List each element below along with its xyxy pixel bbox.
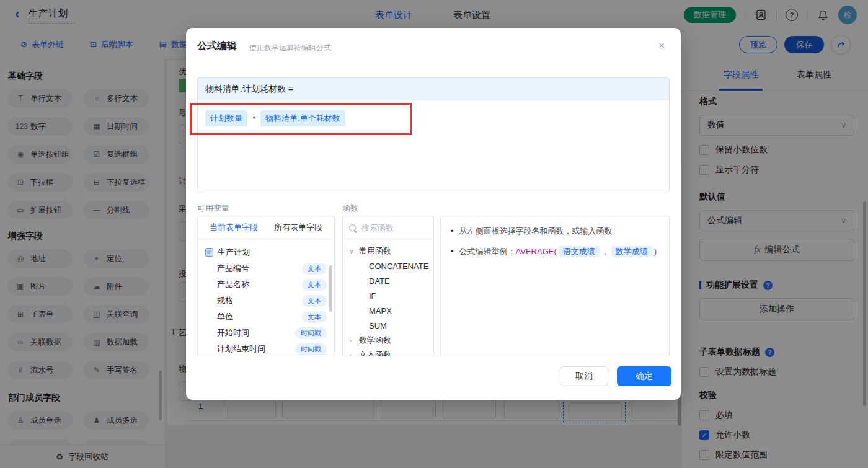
function-row[interactable]: SUM xyxy=(349,318,433,333)
variable-field-row[interactable]: 开始时间 时间戳 xyxy=(205,325,334,341)
function-row[interactable]: IF xyxy=(349,288,433,303)
variable-field-name: 产品编号 xyxy=(217,263,302,274)
variable-field-row[interactable]: 单位 文本 xyxy=(205,309,334,325)
tree-chevron-icon: ∨ xyxy=(349,247,355,255)
function-name: SUM xyxy=(369,321,387,330)
variable-type-badge: 文本 xyxy=(302,279,327,291)
function-row[interactable]: › 文本函数 xyxy=(349,348,433,356)
variables-tabs: 当前表单字段所有表单字段 xyxy=(198,216,334,239)
function-name: IF xyxy=(369,291,376,301)
variable-field-name: 规格 xyxy=(217,295,302,306)
tree-chevron-icon: › xyxy=(349,351,355,356)
variable-field-row[interactable]: 产品名称 文本 xyxy=(205,276,334,293)
function-row[interactable]: › 数学函数 xyxy=(349,333,433,348)
function-search-input[interactable] xyxy=(360,223,425,233)
annotation-highlight-box xyxy=(190,103,412,135)
function-name: MAPX xyxy=(369,306,392,316)
function-row[interactable]: MAPX xyxy=(349,303,433,318)
hint-example: 公式编辑举例：AVERAGE(语文成绩，数学成绩) xyxy=(459,245,657,257)
variables-tab[interactable]: 当前表单字段 xyxy=(210,222,258,233)
modal-subtitle: 使用数学运算符编辑公式 xyxy=(249,43,331,53)
variable-type-badge: 时间戳 xyxy=(295,327,327,339)
variable-type-badge: 文本 xyxy=(302,295,327,307)
variables-root-label: 生产计划 xyxy=(218,247,250,258)
hints-panel: • 从左侧面板选择字段名和函数，或输入函数 • 公式编辑举例：AVERAGE(语… xyxy=(440,216,670,356)
search-icon xyxy=(349,224,356,231)
variable-field-row[interactable]: 规格 文本 xyxy=(205,293,334,309)
tree-chevron-icon: › xyxy=(349,337,355,344)
formula-target: 物料清单.计划耗材数 = xyxy=(198,78,669,100)
form-doc-icon xyxy=(205,248,213,257)
variables-scrollbar[interactable] xyxy=(329,265,332,312)
close-icon[interactable]: × xyxy=(658,40,665,51)
variable-field-row[interactable]: 计划结束时间 时间戳 xyxy=(205,341,334,356)
function-name: CONCATENATE xyxy=(369,262,428,271)
hint-example-prefix: 公式编辑举例： xyxy=(459,247,516,256)
function-row[interactable]: ∨ 常用函数 xyxy=(349,244,433,258)
variable-field-row[interactable]: 产品编号 文本 xyxy=(205,260,334,276)
variables-field-list: 产品编号 文本 产品名称 文本 规格 文本 单位 xyxy=(205,260,334,356)
hint-line-example: • 公式编辑举例：AVERAGE(语文成绩，数学成绩) xyxy=(441,237,669,257)
variable-field-name: 单位 xyxy=(217,311,302,322)
confirm-button[interactable]: 确定 xyxy=(617,366,671,386)
function-name: DATE xyxy=(369,276,390,286)
hint-close-paren: ) xyxy=(654,247,657,256)
hint-field-chip: 语文成绩 xyxy=(559,246,600,257)
variables-panel-label: 可用变量 xyxy=(197,203,229,214)
cancel-button[interactable]: 取消 xyxy=(560,366,608,386)
modal-footer: 取消 确定 xyxy=(560,366,671,386)
function-row[interactable]: DATE xyxy=(349,273,433,288)
function-name: 常用函数 xyxy=(359,245,391,257)
variables-panel: 当前表单字段所有表单字段 生产计划 产品编号 文本 产品名称 xyxy=(197,216,335,356)
modal-title: 公式编辑 xyxy=(197,40,237,53)
variable-type-badge: 时间戳 xyxy=(295,343,327,355)
functions-panel: ∨ 常用函数 CONCATENATE DATE IF xyxy=(342,216,434,356)
variables-root-node[interactable]: 生产计划 xyxy=(205,244,334,260)
hint-field-chip: 数学成绩 xyxy=(611,246,652,257)
bullet-icon: • xyxy=(451,225,454,237)
variable-field-name: 计划结束时间 xyxy=(217,343,295,355)
variables-tab[interactable]: 所有表单字段 xyxy=(274,222,322,233)
hint-function-name: AVERAGE( xyxy=(516,247,557,256)
hint-comma: ， xyxy=(601,247,609,256)
function-list: ∨ 常用函数 CONCATENATE DATE IF xyxy=(343,239,433,356)
function-search[interactable] xyxy=(343,216,433,239)
function-name: 数学函数 xyxy=(359,335,391,346)
variable-type-badge: 文本 xyxy=(302,263,327,275)
variable-field-name: 开始时间 xyxy=(217,327,295,338)
variable-field-name: 产品名称 xyxy=(217,279,302,290)
variable-type-badge: 文本 xyxy=(302,311,327,323)
variables-tree: 生产计划 产品编号 文本 产品名称 文本 规格 文 xyxy=(198,239,334,356)
bullet-icon: • xyxy=(451,245,454,257)
hint-text: 从左侧面板选择字段名和函数，或输入函数 xyxy=(459,225,613,237)
hint-line: • 从左侧面板选择字段名和函数，或输入函数 xyxy=(441,216,669,237)
functions-panel-label: 函数 xyxy=(342,203,358,214)
function-name: 文本函数 xyxy=(359,350,391,356)
function-row[interactable]: CONCATENATE xyxy=(349,258,433,273)
formula-editor-modal: 公式编辑 使用数学运算符编辑公式 × 物料清单.计划耗材数 = 计划数量*物料清… xyxy=(186,28,681,400)
